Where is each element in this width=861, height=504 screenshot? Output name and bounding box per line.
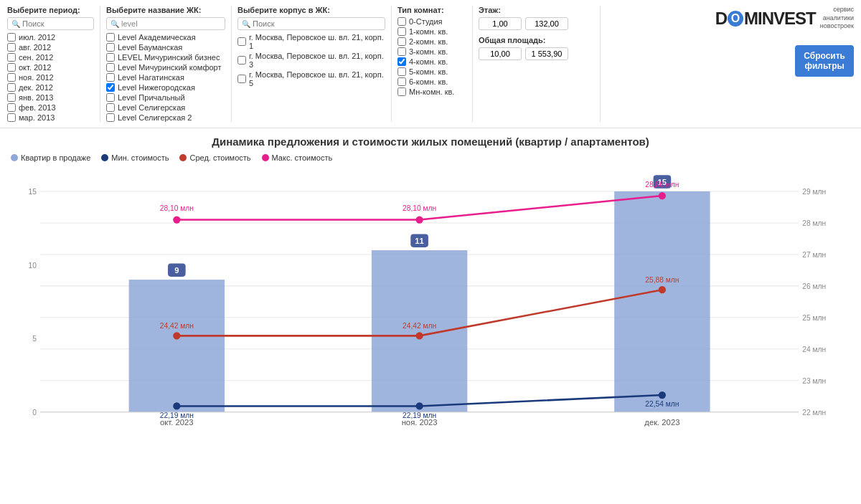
period-item[interactable]: янв. 2013	[7, 93, 94, 102]
etazh-min-input[interactable]	[479, 17, 522, 30]
jk-item[interactable]: Level Селигерская	[106, 103, 225, 112]
svg-text:5: 5	[32, 335, 37, 343]
svg-text:27 млн: 27 млн	[802, 251, 826, 259]
svg-text:дек. 2023: дек. 2023	[644, 418, 679, 427]
logo-wrapper: D O MINVEST сервис аналитики новостроек	[606, 6, 854, 31]
reset-filters-button[interactable]: Сброситьфильтры	[795, 45, 854, 77]
room-type-item[interactable]: 5-комн. кв.	[397, 67, 466, 76]
room-type-item[interactable]: 1-комн. кв.	[397, 27, 466, 36]
svg-point-34	[415, 402, 423, 409]
legend-item: Сред. стоимость	[179, 153, 250, 162]
ploshad-section: Общая площадь:	[479, 36, 594, 60]
svg-point-36	[659, 391, 666, 399]
korpus-label: Выберите корпус в ЖК:	[237, 6, 385, 14]
jk-item[interactable]: Level Нижегородская	[106, 83, 225, 92]
ploshad-label: Общая площадь:	[479, 36, 594, 44]
korpus-search[interactable]: 🔍	[237, 17, 385, 30]
period-filter: Выберите период: 🔍 июл. 2012авг. 2012сен…	[7, 6, 100, 122]
etazh-range	[479, 17, 594, 30]
svg-point-44	[173, 216, 180, 223]
svg-point-48	[659, 192, 666, 199]
svg-text:26 млн: 26 млн	[802, 282, 826, 290]
svg-text:22,54 млн: 22,54 млн	[645, 400, 679, 408]
logo: D O MINVEST	[715, 9, 816, 29]
jk-search-icon: 🔍	[110, 20, 119, 28]
jk-item[interactable]: Level Селигерская 2	[106, 113, 225, 122]
chart-title: Динамика предложения и стоимости жилых п…	[11, 135, 850, 148]
legend-dot	[262, 154, 269, 161]
jk-filter: Выберите название ЖК: 🔍 Level Академичес…	[106, 6, 232, 122]
legend-dot	[179, 154, 187, 161]
etazh-section: Этаж:	[479, 6, 594, 30]
legend-item: Макс. стоимость	[262, 153, 333, 162]
period-item[interactable]: мар. 2013	[7, 113, 94, 122]
svg-text:11: 11	[415, 237, 424, 245]
room-type-label: Тип комнат:	[397, 6, 466, 14]
korpus-filter: Выберите корпус в ЖК: 🔍 г. Москва, Перов…	[237, 6, 392, 122]
ploshad-min-input[interactable]	[479, 47, 522, 60]
period-list: июл. 2012авг. 2012сен. 2012окт. 2012ноя.…	[7, 33, 94, 122]
svg-text:22,19 млн: 22,19 млн	[403, 412, 436, 419]
svg-text:28,10 млн: 28,10 млн	[403, 204, 436, 212]
svg-text:28,86 млн: 28,86 млн	[645, 181, 679, 189]
room-type-item[interactable]: 2-комн. кв.	[397, 37, 466, 46]
jk-item[interactable]: Level Причальный	[106, 93, 225, 102]
svg-rect-26	[614, 191, 710, 412]
svg-text:23 млн: 23 млн	[802, 377, 826, 385]
jk-item[interactable]: Level Академическая	[106, 33, 225, 42]
period-item[interactable]: фев. 2013	[7, 103, 94, 112]
svg-point-42	[659, 286, 666, 293]
jk-item[interactable]: Level Бауманская	[106, 43, 225, 52]
period-item[interactable]: июл. 2012	[7, 33, 94, 42]
room-list: 0-Студия1-комн. кв.2-комн. кв.3-комн. кв…	[397, 17, 466, 96]
etazh-max-input[interactable]	[525, 17, 568, 30]
svg-text:28 млн: 28 млн	[802, 219, 826, 227]
jk-search-input[interactable]	[121, 19, 221, 28]
svg-point-32	[173, 402, 180, 409]
jk-item[interactable]: LEVEL Мичуринский бизнес	[106, 53, 225, 62]
svg-point-40	[415, 332, 423, 339]
period-item[interactable]: сен. 2012	[7, 53, 94, 62]
room-type-item[interactable]: Мн-комн. кв.	[397, 87, 466, 96]
korpus-search-input[interactable]	[253, 19, 381, 28]
svg-text:0: 0	[32, 409, 37, 417]
legend-item: Квартир в продаже	[11, 153, 90, 162]
filters-bar: Выберите период: 🔍 июл. 2012авг. 2012сен…	[0, 0, 861, 128]
period-item[interactable]: окт. 2012	[7, 63, 94, 72]
ploshad-range	[479, 47, 594, 60]
svg-point-46	[415, 216, 423, 223]
etazh-label: Этаж:	[479, 6, 594, 14]
jk-item[interactable]: Level Нагатинская	[106, 73, 225, 82]
room-type-item[interactable]: 3-комн. кв.	[397, 47, 466, 56]
korpus-item[interactable]: г. Москва, Перовское ш. вл. 21, корп. 3	[237, 52, 385, 69]
korpus-item[interactable]: г. Москва, Перовское ш. вл. 21, корп. 1	[237, 33, 385, 50]
jk-label: Выберите название ЖК:	[106, 6, 225, 14]
period-search-input[interactable]	[22, 19, 90, 28]
logo-o-circle: O	[728, 11, 743, 27]
svg-text:28,10 млн: 28,10 млн	[160, 204, 194, 212]
jk-item[interactable]: Level Мичуринский комфорт	[106, 63, 225, 72]
korpus-item[interactable]: г. Москва, Перовское ш. вл. 21, корп. 5	[237, 70, 385, 87]
period-label: Выберите период:	[7, 6, 94, 14]
period-item[interactable]: дек. 2012	[7, 83, 94, 92]
legend-item: Мин. стоимость	[101, 153, 169, 162]
chart-svg: 22 млн23 млн24 млн25 млн26 млн27 млн28 м…	[11, 169, 850, 442]
svg-text:9: 9	[174, 266, 179, 275]
period-item[interactable]: ноя. 2012	[7, 73, 94, 82]
jk-search[interactable]: 🔍	[106, 17, 225, 30]
period-item[interactable]: авг. 2012	[7, 43, 94, 52]
svg-rect-20	[129, 280, 225, 412]
period-search-icon: 🔍	[11, 20, 20, 28]
logo-subtitle: сервис аналитики новостроек	[820, 6, 854, 31]
svg-text:25,88 млн: 25,88 млн	[645, 276, 679, 284]
ploshad-max-input[interactable]	[525, 47, 568, 60]
period-search[interactable]: 🔍	[7, 17, 94, 30]
svg-text:29 млн: 29 млн	[802, 188, 826, 196]
room-type-item[interactable]: 6-комн. кв.	[397, 77, 466, 86]
svg-text:окт. 2023: окт. 2023	[160, 418, 194, 427]
room-type-item[interactable]: 4-комн. кв.	[397, 57, 466, 66]
legend-dot	[101, 154, 108, 161]
room-type-item[interactable]: 0-Студия	[397, 17, 466, 26]
svg-text:15: 15	[29, 188, 37, 196]
svg-text:24 млн: 24 млн	[802, 346, 826, 353]
